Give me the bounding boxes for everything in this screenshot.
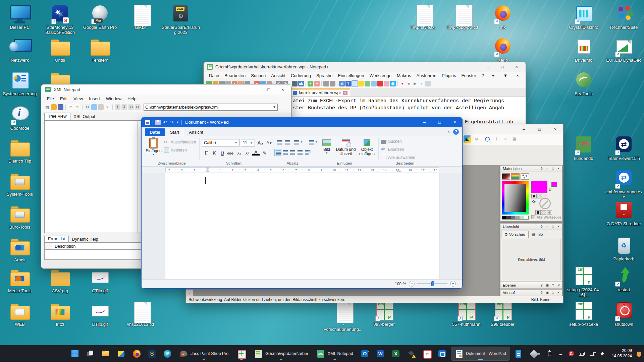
collapse-ribbon-icon[interactable]: ˄ xyxy=(448,130,450,134)
insert-datetime-button[interactable]: Datum und Uhrzeit xyxy=(335,139,356,156)
maximize-icon[interactable]: □ xyxy=(432,117,447,127)
minimize-icon[interactable]: – xyxy=(248,84,262,95)
desktop-icon-088-berger[interactable]: P↗088-berger xyxy=(365,302,404,327)
macro-pen-icon[interactable] xyxy=(377,81,383,86)
desktop-icon-starmoney-13-basic-s-edition[interactable]: S↗StarMoney 13 Basic S-Edition xyxy=(41,5,79,35)
desktop-icon-untis[interactable]: Untis xyxy=(41,38,79,63)
xml-notepad-titlebar[interactable]: XML XML Notepad – □ × xyxy=(41,84,291,95)
tab-start[interactable]: Start xyxy=(165,128,184,136)
paste-button[interactable]: Einfügen ▼ xyxy=(146,138,162,161)
taskbar-word-button[interactable] xyxy=(374,347,388,361)
notepadpp-menu-makros[interactable]: Makros xyxy=(394,72,414,79)
taskbar-jasc-paint-shop-pro-window-button[interactable]: Jasc Paint Shop Pro xyxy=(176,347,232,361)
desktop-icon--wprstyle-txt[interactable]: !!!wprstyle.txt xyxy=(404,5,442,30)
desktop-icon-g-data-shredder[interactable]: G DATA Shredder xyxy=(604,201,643,227)
font-color-icon[interactable]: A xyxy=(252,149,260,156)
rainbow-tab-icon[interactable] xyxy=(511,173,520,180)
desktop-icon-mk[interactable]: ↗mk xyxy=(483,5,522,30)
taskbar-snipping-app-button[interactable] xyxy=(420,347,434,361)
swap-materials-icon[interactable]: ⇄ xyxy=(531,198,537,204)
chevron-down-icon[interactable]: ▼ xyxy=(273,105,276,109)
minimize-icon[interactable]: – xyxy=(545,225,549,228)
desktop-icon-298-taeuber[interactable]: P↗298 taeuber xyxy=(483,302,522,327)
wordpad-ruler[interactable]: 321123456789101112131415161718 xyxy=(142,167,462,173)
transparent-icon[interactable] xyxy=(539,198,551,209)
toolbar-overflow-icon[interactable]: ⌄ xyxy=(186,289,193,296)
texture-style-icon[interactable] xyxy=(541,210,546,215)
desktop-icon-fritz-[interactable]: fritz! xyxy=(41,302,79,327)
notepadpp-tab[interactable]: korrekturverfahren.wpr × xyxy=(290,88,350,96)
color-style-icon[interactable] xyxy=(535,210,541,215)
maximize-icon[interactable]: □ xyxy=(262,84,276,95)
highlight-icon[interactable]: ✎ xyxy=(261,149,268,157)
taskbar-app-drive-button[interactable] xyxy=(114,347,128,361)
increase-indent-icon[interactable] xyxy=(284,139,291,146)
desktop-icon-google-earth-pro[interactable]: ↗Google Earth Pro xyxy=(80,5,119,30)
cut-icon[interactable]: ✂ xyxy=(85,104,90,110)
desktop-icon-media-tools[interactable]: Media-Tools xyxy=(0,268,39,294)
cut-button[interactable]: ✂Ausschneiden xyxy=(164,139,196,145)
desktop-icon-fenstern[interactable]: Fenstern xyxy=(80,38,119,63)
null-style-icon[interactable]: ⊘ xyxy=(547,210,552,215)
maximize-icon[interactable]: □ xyxy=(551,291,555,294)
desktop-icon--wpr-gbg-pw-txt[interactable]: !!!wpr-gbg-pw.txt xyxy=(443,5,482,30)
notepadpp-menu-werkzeuge[interactable]: Werkzeuge xyxy=(367,72,394,79)
desktop-icon-vhs221013-txt[interactable]: vhs221013.txt xyxy=(121,302,160,327)
taskbar-xml-notepad-window-button[interactable]: XML Notepad xyxy=(313,347,357,361)
desktop-icon-shutdown[interactable]: ↗shutdown xyxy=(604,302,643,327)
minimize-icon[interactable]: – xyxy=(417,117,432,127)
tab-error-list[interactable]: Error List xyxy=(44,236,69,242)
open-folder-icon[interactable] xyxy=(51,104,57,110)
find-button[interactable]: Suchen xyxy=(381,139,402,144)
tab-datei[interactable]: Datei xyxy=(145,128,165,136)
minimize-icon[interactable]: – xyxy=(545,167,549,170)
tab-tree-view[interactable]: Tree View xyxy=(44,113,70,120)
save-grid-icon[interactable]: ▦ xyxy=(511,135,518,143)
tab-control-icon[interactable]: × xyxy=(514,72,522,79)
desktop-icon-systemsteuerung[interactable]: Systemsteuerung xyxy=(0,71,39,97)
bold-icon[interactable]: F xyxy=(203,149,210,157)
xml-notepad-menu-view[interactable]: View xyxy=(70,96,86,102)
undo-icon[interactable]: ↶ xyxy=(68,104,73,110)
taskbar-wordpad-window-button[interactable]: Dokument - WordPad xyxy=(451,347,510,361)
greyscale-bar[interactable] xyxy=(502,216,529,220)
nudge-left-icon[interactable]: ↤ xyxy=(128,104,134,110)
find-icon[interactable] xyxy=(292,81,298,86)
taskbar-notes-app-button[interactable] xyxy=(512,347,526,361)
desktop-icon-system-tools[interactable]: System-Tools xyxy=(0,172,39,197)
xml-file-path-combobox[interactable]: G:\cmh\wprdaten\arbeit\!ext\wprasv.xml▼ xyxy=(144,104,278,111)
color-picker-field[interactable] xyxy=(502,181,529,215)
show-symbols-icon[interactable]: ¶ xyxy=(345,81,351,86)
left-indent-marker[interactable] xyxy=(206,170,209,172)
redo-icon[interactable]: ↷ xyxy=(74,104,80,110)
wordpad-titlebar[interactable]: ↶ ↷ ▼ Dokument - WordPad – □ ✕ xyxy=(142,117,462,127)
checkbox-icon[interactable]: ✓ xyxy=(531,215,535,219)
usb-icon[interactable] xyxy=(545,349,554,359)
pin-icon[interactable]: ⚲ xyxy=(539,284,544,287)
xml-notepad-menu-file[interactable]: File xyxy=(44,96,57,102)
minimize-icon[interactable]: – xyxy=(481,62,495,72)
desktop-icon-godmode[interactable]: ↗GodMode xyxy=(0,106,39,131)
notepadpp-menu-ausfhren[interactable]: Ausführen xyxy=(414,72,439,79)
doc-map-icon[interactable] xyxy=(352,81,358,86)
taskbar-notepad-plus-plus-window-button[interactable]: G:\cmh\wprdaten\arbei xyxy=(251,347,311,361)
align-left-icon[interactable] xyxy=(274,149,281,156)
tab-xsl-output[interactable]: XSL Output xyxy=(70,113,99,120)
taskbar-excel-button[interactable] xyxy=(389,347,403,361)
nudge-down-icon[interactable]: ↧ xyxy=(121,104,127,110)
zoom-in-icon[interactable]: + xyxy=(450,281,456,287)
desktop-icon-seatools[interactable]: SeaTools xyxy=(564,71,603,97)
grow-font-icon[interactable]: A▲ xyxy=(257,139,264,146)
tab-dynamic-help[interactable]: Dynamic Help xyxy=(69,236,102,242)
notepadpp-titlebar[interactable]: G:\cmh\wprdaten\arbeit\korrekturverfahre… xyxy=(204,62,526,72)
document-page[interactable] xyxy=(165,173,439,279)
sync-h-icon[interactable] xyxy=(330,81,335,86)
desktop-icon-dietrich-tilp[interactable]: Dietrich Tilp xyxy=(0,138,39,164)
wordpad-document-area[interactable] xyxy=(142,173,462,279)
desktop-icon-557-huthmann[interactable]: P↗557-huthmann xyxy=(447,302,486,327)
notepadpp-menu-einstellungen[interactable]: Einstellungen xyxy=(335,72,367,79)
target-icon[interactable]: ◯ xyxy=(484,135,491,143)
frame-tab-icon[interactable] xyxy=(502,173,510,180)
close-icon[interactable]: × xyxy=(276,84,290,95)
close-icon[interactable]: × xyxy=(547,124,563,134)
